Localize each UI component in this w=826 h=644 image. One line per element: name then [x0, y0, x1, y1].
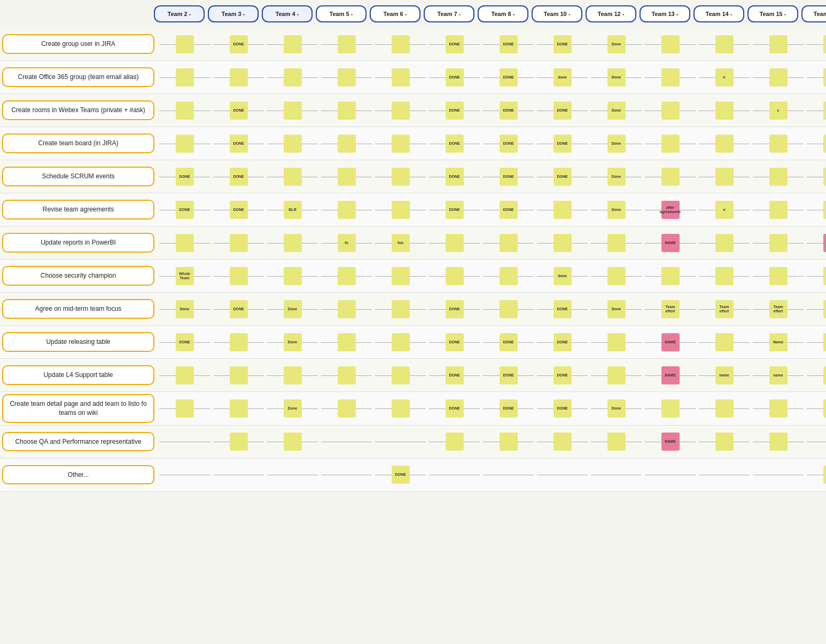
team-tab-team7[interactable]: Team 7 -: [424, 5, 474, 22]
sticky-note-7-7[interactable]: done: [554, 267, 572, 285]
sticky-note-12-2[interactable]: [284, 433, 302, 451]
sticky-note-12-10[interactable]: [715, 433, 734, 451]
sticky-note-5-3[interactable]: [338, 201, 356, 219]
sticky-note-1-8[interactable]: Done: [607, 68, 626, 87]
sticky-note-12-9[interactable]: NAME: [661, 433, 680, 451]
team-tab-team10[interactable]: Team 10 -: [532, 5, 582, 22]
sticky-note-11-1[interactable]: [230, 399, 248, 418]
sticky-note-12-5[interactable]: [446, 433, 464, 451]
sticky-note-9-8[interactable]: [607, 333, 626, 351]
sticky-note-7-6[interactable]: [500, 267, 518, 285]
sticky-note-3-0[interactable]: [176, 135, 194, 153]
sticky-note-9-10[interactable]: [715, 333, 734, 351]
sticky-note-0-3[interactable]: [338, 35, 356, 53]
sticky-note-6-8[interactable]: [607, 234, 626, 252]
sticky-note-9-5[interactable]: DONE: [446, 333, 464, 351]
sticky-note-5-9[interactable]: after agreements: [661, 201, 680, 219]
sticky-note-0-5[interactable]: DONE: [446, 35, 464, 53]
sticky-note-0-2[interactable]: [284, 35, 302, 53]
sticky-note-2-7[interactable]: DONE: [554, 101, 572, 120]
sticky-note-1-6[interactable]: DONE: [500, 68, 518, 87]
sticky-note-5-6[interactable]: DONE: [500, 201, 518, 219]
sticky-note-6-7[interactable]: [554, 234, 572, 252]
sticky-note-3-10[interactable]: [715, 135, 734, 153]
sticky-note-6-9[interactable]: NAME: [661, 234, 680, 252]
sticky-note-11-11[interactable]: [769, 399, 788, 418]
sticky-note-5-7[interactable]: [554, 201, 572, 219]
sticky-note-10-9[interactable]: NAME: [661, 366, 680, 384]
sticky-note-2-5[interactable]: DONE: [446, 101, 464, 120]
sticky-note-12-11[interactable]: [769, 433, 788, 451]
team-tab-team3[interactable]: Team 3 -: [208, 5, 259, 22]
sticky-note-1-1[interactable]: [230, 68, 248, 87]
sticky-note-1-7[interactable]: done: [554, 68, 572, 87]
sticky-note-3-6[interactable]: DONE: [500, 135, 518, 153]
sticky-note-2-1[interactable]: DONE: [230, 101, 248, 120]
sticky-note-0-0[interactable]: [176, 35, 194, 53]
sticky-note-10-0[interactable]: [176, 366, 194, 384]
sticky-note-10-7[interactable]: DONE: [554, 366, 572, 384]
sticky-note-4-1[interactable]: DONE: [230, 168, 248, 186]
sticky-note-5-11[interactable]: [769, 201, 788, 219]
sticky-note-4-6[interactable]: DONE: [500, 168, 518, 186]
sticky-note-4-9[interactable]: [661, 168, 680, 186]
sticky-note-8-12[interactable]: Team effort: [823, 300, 827, 318]
sticky-note-11-0[interactable]: [176, 399, 194, 418]
sticky-note-7-3[interactable]: [338, 267, 356, 285]
sticky-note-4-8[interactable]: Done: [607, 168, 626, 186]
sticky-note-3-2[interactable]: [284, 135, 302, 153]
sticky-note-11-12[interactable]: [823, 399, 827, 418]
sticky-note-0-11[interactable]: [769, 35, 788, 53]
sticky-note-11-8[interactable]: Done: [607, 399, 626, 418]
sticky-note-11-4[interactable]: [392, 399, 410, 418]
sticky-note-7-2[interactable]: [284, 267, 302, 285]
team-tab-team5[interactable]: Team 5 -: [316, 5, 367, 22]
sticky-note-1-9[interactable]: [661, 68, 680, 87]
sticky-note-10-8[interactable]: [607, 366, 626, 384]
sticky-note-7-10[interactable]: [715, 267, 734, 285]
sticky-note-0-8[interactable]: Done: [607, 35, 626, 53]
sticky-note-2-0[interactable]: [176, 101, 194, 120]
sticky-note-6-1[interactable]: [230, 234, 248, 252]
sticky-note-10-1[interactable]: [230, 366, 248, 384]
sticky-note-5-4[interactable]: [392, 201, 410, 219]
sticky-note-0-10[interactable]: [715, 35, 734, 53]
sticky-note-8-0[interactable]: Done: [176, 300, 194, 318]
sticky-note-0-7[interactable]: DONE: [554, 35, 572, 53]
sticky-note-0-12[interactable]: [823, 35, 827, 53]
sticky-note-9-0[interactable]: DONE: [176, 333, 194, 351]
sticky-note-6-10[interactable]: [715, 234, 734, 252]
team-tab-team16[interactable]: Team 16 -: [801, 5, 826, 22]
sticky-note-7-1[interactable]: [230, 267, 248, 285]
team-tab-team13[interactable]: Team 13 -: [640, 5, 690, 22]
sticky-note-3-11[interactable]: [769, 135, 788, 153]
sticky-note-8-6[interactable]: [500, 300, 518, 318]
sticky-note-3-9[interactable]: [661, 135, 680, 153]
sticky-note-11-7[interactable]: DONE: [554, 399, 572, 418]
sticky-note-4-2[interactable]: [284, 168, 302, 186]
sticky-note-7-12[interactable]: [823, 267, 827, 285]
sticky-note-11-10[interactable]: [715, 399, 734, 418]
sticky-note-0-1[interactable]: DONE: [230, 35, 248, 53]
sticky-note-5-1[interactable]: DONE: [230, 201, 248, 219]
team-tab-team14[interactable]: Team 14 -: [693, 5, 744, 22]
sticky-note-8-7[interactable]: DONE: [554, 300, 572, 318]
sticky-note-4-7[interactable]: DONE: [554, 168, 572, 186]
sticky-note-5-8[interactable]: Done: [607, 201, 626, 219]
team-tab-team4[interactable]: Team 4 -: [262, 5, 313, 22]
sticky-note-2-10[interactable]: [715, 101, 734, 120]
sticky-note-8-10[interactable]: Team effort: [715, 300, 734, 318]
sticky-note-0-6[interactable]: DONE: [500, 35, 518, 53]
sticky-note-11-9[interactable]: [661, 399, 680, 418]
sticky-note-2-6[interactable]: DONE: [500, 101, 518, 120]
sticky-note-5-12[interactable]: [823, 201, 827, 219]
sticky-note-8-1[interactable]: DONE: [230, 300, 248, 318]
sticky-note-8-9[interactable]: Team effort: [661, 300, 680, 318]
sticky-note-8-8[interactable]: Done: [607, 300, 626, 318]
sticky-note-9-6[interactable]: DONE: [500, 333, 518, 351]
sticky-note-4-3[interactable]: [338, 168, 356, 186]
sticky-note-12-1[interactable]: [230, 433, 248, 451]
sticky-note-11-2[interactable]: Done: [284, 399, 302, 418]
sticky-note-10-11[interactable]: name: [769, 366, 788, 384]
sticky-note-9-7[interactable]: DONE: [554, 333, 572, 351]
